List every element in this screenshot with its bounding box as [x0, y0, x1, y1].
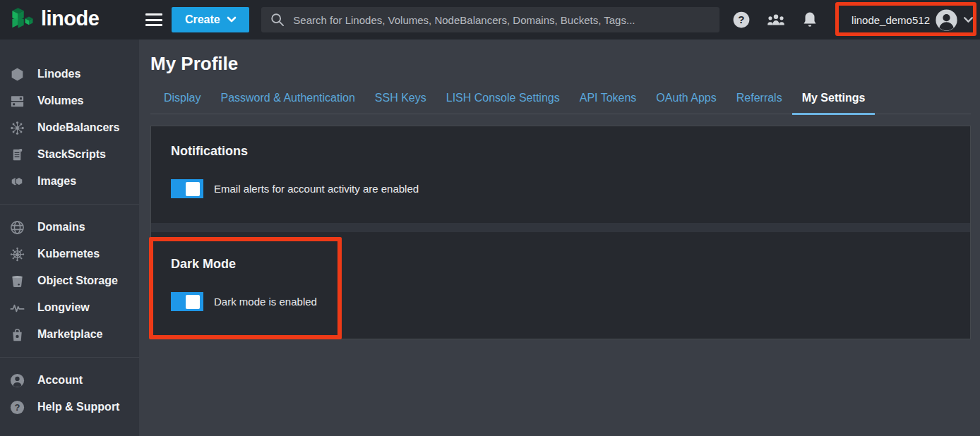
- page-title: My Profile: [150, 53, 971, 75]
- dark-mode-toggle-label: Dark mode is enabled: [214, 296, 317, 308]
- logo-wordmark: linode: [41, 8, 99, 32]
- sidebar: Linodes Volumes NodeBalancers StackScrip…: [0, 40, 139, 436]
- dark-mode-section: Dark Mode Dark mode is enabled: [151, 232, 970, 339]
- tab-display[interactable]: Display: [154, 85, 210, 114]
- sidebar-item-account[interactable]: Account: [0, 367, 139, 394]
- search-icon: [270, 12, 285, 28]
- username: linode_demo512: [851, 14, 930, 26]
- sidebar-item-help-support[interactable]: ? Help & Support: [0, 394, 139, 420]
- sidebar-item-marketplace[interactable]: Marketplace: [0, 321, 139, 348]
- topbar-actions: ? lin: [732, 4, 980, 36]
- sidebar-item-nodebalancers[interactable]: NodeBalancers: [0, 114, 139, 141]
- user-menu[interactable]: linode_demo512: [844, 4, 980, 36]
- linode-logo-icon: [9, 6, 35, 34]
- community-icon[interactable]: [765, 11, 787, 29]
- avatar: [935, 8, 958, 32]
- svg-text:?: ?: [15, 402, 20, 413]
- hamburger-menu-icon[interactable]: [145, 13, 162, 26]
- sidebar-item-volumes[interactable]: Volumes: [0, 87, 139, 114]
- notifications-bell-icon[interactable]: [801, 11, 818, 29]
- create-button[interactable]: Create: [172, 7, 249, 32]
- toggle-knob: [186, 295, 200, 309]
- dark-mode-heading: Dark Mode: [171, 257, 950, 272]
- account-person-icon: [9, 373, 25, 389]
- notifications-heading: Notifications: [171, 144, 950, 159]
- kubernetes-wheel-icon: [9, 246, 25, 262]
- volumes-icon: [9, 93, 25, 109]
- sidebar-divider: [0, 204, 139, 205]
- pulse-icon: [9, 300, 25, 316]
- search-bar[interactable]: [261, 7, 719, 32]
- profile-tabs: Display Password & Authentication SSH Ke…: [150, 85, 971, 114]
- sidebar-item-longview[interactable]: Longview: [0, 294, 139, 321]
- search-input[interactable]: [293, 14, 711, 26]
- settings-panel: Notifications Email alerts for account a…: [150, 126, 971, 339]
- sidebar-item-images[interactable]: Images: [0, 168, 139, 195]
- top-bar: linode Create ?: [0, 0, 980, 40]
- marketplace-bag-icon: [9, 327, 25, 343]
- sidebar-item-kubernetes[interactable]: Kubernetes: [0, 241, 139, 267]
- email-alerts-toggle[interactable]: [171, 179, 203, 198]
- sidebar-item-stackscripts[interactable]: StackScripts: [0, 141, 139, 168]
- chevron-down-icon: [963, 16, 974, 24]
- sidebar-item-domains[interactable]: Domains: [0, 214, 139, 241]
- help-circle-icon: ?: [9, 399, 25, 416]
- svg-text:?: ?: [738, 13, 744, 25]
- tab-lish-console-settings[interactable]: LISH Console Settings: [436, 85, 570, 114]
- email-alerts-toggle-label: Email alerts for account activity are en…: [214, 183, 419, 195]
- section-divider: [151, 223, 970, 232]
- sidebar-item-object-storage[interactable]: Object Storage: [0, 267, 139, 294]
- linode-hexagon-icon: [9, 66, 25, 83]
- chevron-down-icon: [227, 16, 237, 23]
- help-circle-icon[interactable]: ?: [732, 11, 751, 29]
- tab-oauth-apps[interactable]: OAuth Apps: [646, 85, 726, 114]
- linode-logo[interactable]: linode: [0, 6, 136, 34]
- bucket-icon: [9, 273, 25, 289]
- tab-my-settings[interactable]: My Settings: [792, 85, 876, 114]
- toggle-knob: [186, 182, 200, 196]
- tab-password-authentication[interactable]: Password & Authentication: [210, 85, 364, 114]
- main-content: My Profile Display Password & Authentica…: [139, 40, 980, 436]
- notifications-section: Notifications Email alerts for account a…: [151, 126, 970, 223]
- sidebar-divider: [0, 357, 139, 358]
- tab-ssh-keys[interactable]: SSH Keys: [365, 85, 436, 114]
- dark-mode-toggle[interactable]: [171, 292, 203, 311]
- images-icon: [9, 174, 25, 190]
- tab-api-tokens[interactable]: API Tokens: [570, 85, 647, 114]
- globe-icon: [9, 219, 25, 236]
- sidebar-item-linodes[interactable]: Linodes: [0, 61, 139, 87]
- nodebalancer-icon: [9, 120, 25, 136]
- stackscript-icon: [9, 147, 25, 163]
- tab-referrals[interactable]: Referrals: [727, 85, 792, 114]
